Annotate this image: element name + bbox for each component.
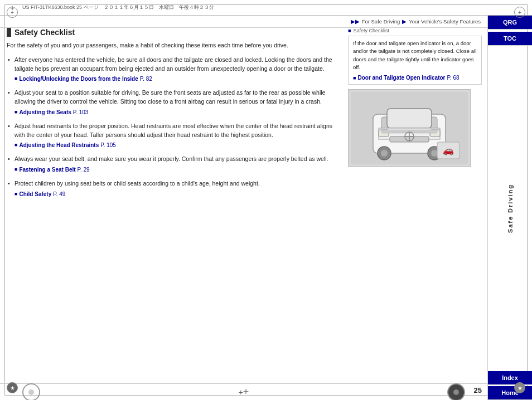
bullet-2-link: ■ Adjusting the Seats P. 103 bbox=[14, 108, 335, 116]
bullet-2-link-page: P. 103 bbox=[73, 108, 89, 116]
breadcrumb-item-1: For Safe Driving bbox=[362, 18, 400, 25]
car-svg: 🚗 bbox=[351, 92, 468, 164]
right-arrow-icon: ■ bbox=[348, 28, 351, 33]
bullet-3-link-text[interactable]: Adjusting the Head Restraints bbox=[19, 141, 99, 149]
link-icon-3: ■ bbox=[14, 142, 17, 149]
breadcrumb: ▶▶ For Safe Driving ▶ Your Vehicle's Saf… bbox=[0, 16, 487, 28]
header-text: US FIT-31TK6630.book 25 ページ ２０１１年６月１５日 水… bbox=[22, 4, 214, 11]
bullet-5-link-text[interactable]: Child Safety bbox=[19, 190, 51, 198]
bullet-item-3: Adjust head restraints to the proper pos… bbox=[7, 122, 335, 150]
bullet-3-link-page: P. 105 bbox=[100, 141, 116, 149]
circle-inner-left bbox=[28, 389, 34, 395]
bullet-item-5: Protect children by using seat belts or … bbox=[7, 179, 335, 198]
right-link-page: P. 68 bbox=[447, 75, 460, 81]
link-icon-4: ■ bbox=[14, 166, 17, 174]
right-link-icon: ■ bbox=[353, 75, 356, 81]
corner-tr: + bbox=[514, 7, 525, 18]
circle-inner-right bbox=[453, 389, 459, 395]
bullet-4-link: ■ Fastening a Seat Belt P. 29 bbox=[14, 165, 335, 174]
tab-index[interactable]: Index bbox=[488, 371, 532, 385]
left-column: Safety Checklist For the safety of you a… bbox=[7, 28, 339, 383]
bullet-5-text: Protect children by using seat belts or … bbox=[14, 180, 260, 187]
link-icon-1: ■ bbox=[14, 75, 17, 83]
bullet-1-text: After everyone has entered the vehicle, … bbox=[14, 56, 332, 72]
main-content: Safety Checklist For the safety of you a… bbox=[7, 28, 482, 383]
section-title-text: Safety Checklist bbox=[14, 28, 75, 37]
title-bar-icon bbox=[7, 28, 11, 37]
link-icon-5: ■ bbox=[14, 191, 17, 198]
sidebar-vertical-text: Safe Driving bbox=[507, 184, 514, 233]
section-title: Safety Checklist bbox=[7, 28, 335, 37]
bullet-item-4: Always wear your seat belt, and make sur… bbox=[7, 155, 335, 174]
svg-point-9 bbox=[381, 150, 388, 157]
right-info-box: If the door and tailgate open indicator … bbox=[348, 36, 482, 85]
bullet-1-link: ■ Locking/Unlocking the Doors from the I… bbox=[14, 75, 335, 83]
bottom-center-crosshair: + bbox=[238, 387, 249, 398]
corner-tl: + bbox=[7, 7, 18, 18]
right-sidebar: QRG TOC Safe Driving Index Home bbox=[487, 16, 532, 400]
bullet-1-link-text[interactable]: Locking/Unlocking the Doors from the Ins… bbox=[19, 75, 138, 83]
tab-toc[interactable]: TOC bbox=[488, 32, 532, 46]
tab-home[interactable]: Home bbox=[488, 386, 532, 400]
arrow-icon: ▶▶ bbox=[351, 18, 360, 25]
right-link-line: ■ Door and Tailgate Open Indicator P. 68 bbox=[353, 75, 477, 81]
right-section-label-text: Safety Checklist bbox=[353, 28, 389, 33]
bullet-4-text: Always wear your seat belt, and make sur… bbox=[14, 155, 328, 162]
svg-text:🚗: 🚗 bbox=[443, 145, 454, 155]
right-info-text: If the door and tailgate open indicator … bbox=[353, 40, 477, 71]
sidebar-section-label: Safe Driving bbox=[488, 46, 532, 371]
arrow-icon-2: ▶ bbox=[402, 18, 407, 25]
bullet-3-text: Adjust head restraints to the proper pos… bbox=[14, 123, 332, 138]
bullet-4-link-page: P. 29 bbox=[78, 165, 90, 174]
bottom-row: + bbox=[0, 383, 487, 400]
link-icon-2: ■ bbox=[14, 109, 17, 116]
bullet-2-link-text[interactable]: Adjusting the Seats bbox=[19, 108, 71, 116]
right-section-label: ■ Safety Checklist bbox=[348, 28, 482, 33]
bullet-item-1: After everyone has entered the vehicle, … bbox=[7, 56, 335, 84]
corner-br: ★ bbox=[514, 382, 525, 393]
bullet-3-link: ■ Adjusting the Head Restraints P. 105 bbox=[14, 141, 335, 149]
right-column: ■ Safety Checklist If the door and tailg… bbox=[348, 28, 482, 383]
bullet-4-link-text[interactable]: Fastening a Seat Belt bbox=[19, 165, 75, 174]
bullet-1-link-page: P. 82 bbox=[140, 75, 152, 83]
svg-point-11 bbox=[431, 150, 438, 157]
bottom-left-circle bbox=[22, 383, 40, 401]
intro-text: For the safety of you and your passenger… bbox=[7, 41, 335, 50]
breadcrumb-item-2: Your Vehicle's Safety Features bbox=[409, 18, 481, 25]
bottom-right-circle bbox=[447, 383, 465, 401]
bullet-5-link: ■ Child Safety P. 49 bbox=[14, 190, 335, 198]
right-link-text[interactable]: Door and Tailgate Open Indicator bbox=[357, 75, 445, 81]
car-illustration: 🚗 bbox=[348, 89, 471, 167]
bullet-2-text: Adjust your seat to a position suitable … bbox=[14, 89, 325, 105]
bullet-item-2: Adjust your seat to a position suitable … bbox=[7, 89, 335, 116]
svg-rect-3 bbox=[387, 109, 432, 128]
bullet-5-link-page: P. 49 bbox=[53, 190, 65, 198]
tab-qrg[interactable]: QRG bbox=[488, 16, 532, 30]
top-header: US FIT-31TK6630.book 25 ページ ２０１１年６月１５日 水… bbox=[0, 0, 532, 16]
corner-bl: ★ bbox=[7, 382, 18, 393]
